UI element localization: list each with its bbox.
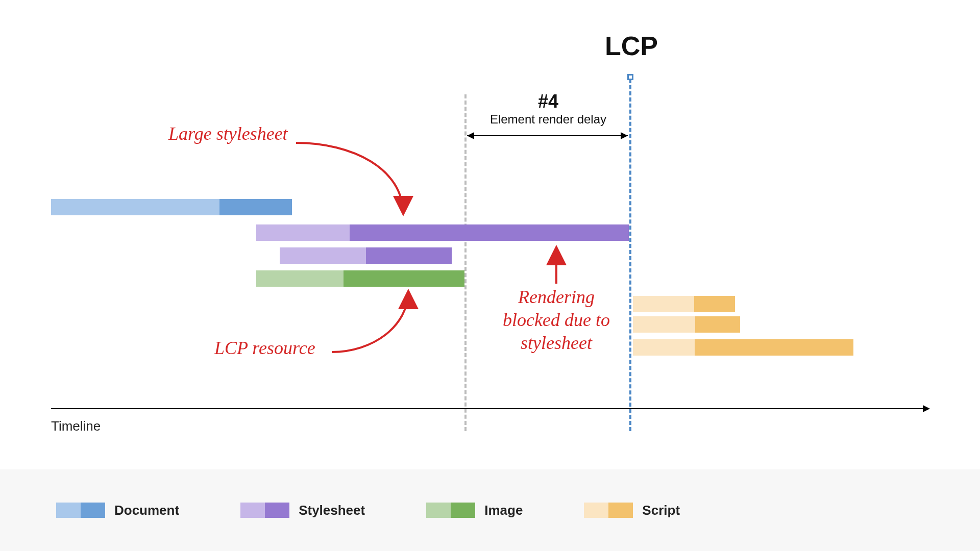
swatch-stylesheet-icon — [240, 503, 289, 518]
legend-image-label: Image — [484, 503, 523, 518]
swatch-document-icon — [56, 503, 105, 518]
legend: Document Stylesheet Image Script — [0, 469, 980, 551]
bar-stylesheet-small — [280, 247, 452, 264]
annotation-lcp-resource: LCP resource — [214, 337, 315, 360]
chart-area: LCP #4 Element render delay Timeline Lar… — [51, 31, 929, 423]
legend-document-label: Document — [114, 503, 179, 518]
bar-script-b — [633, 316, 740, 333]
annotation-large-stylesheet: Large stylesheet — [168, 122, 288, 145]
bar-script-c — [633, 339, 853, 356]
legend-script-label: Script — [642, 503, 680, 518]
bar-image-lcp — [256, 270, 464, 287]
bar-script-a — [633, 296, 735, 312]
arrow-large-stylesheet-icon — [291, 138, 424, 219]
region4-title: #4 — [467, 91, 630, 112]
timeline-label: Timeline — [51, 418, 101, 434]
swatch-image-icon — [426, 503, 475, 518]
dimension-arrow-icon — [467, 135, 628, 136]
region4-subtitle: Element render delay — [467, 112, 630, 127]
bar-stylesheet-large — [256, 224, 629, 241]
lcp-marker-handle-icon — [627, 74, 633, 80]
annotation-render-blocked: Rendering blocked due to stylesheet — [498, 286, 615, 355]
request-end-marker — [464, 94, 467, 431]
timeline-axis — [51, 408, 929, 409]
bar-document — [51, 199, 292, 215]
legend-stylesheet-label: Stylesheet — [299, 503, 365, 518]
legend-script: Script — [584, 503, 680, 518]
arrow-lcp-resource-icon — [327, 286, 429, 357]
arrow-render-blocked-icon — [549, 244, 564, 285]
lcp-marker-line — [629, 79, 631, 431]
legend-document: Document — [56, 503, 179, 518]
legend-image: Image — [426, 503, 523, 518]
swatch-script-icon — [584, 503, 633, 518]
lcp-title: LCP — [605, 31, 658, 61]
legend-stylesheet: Stylesheet — [240, 503, 365, 518]
